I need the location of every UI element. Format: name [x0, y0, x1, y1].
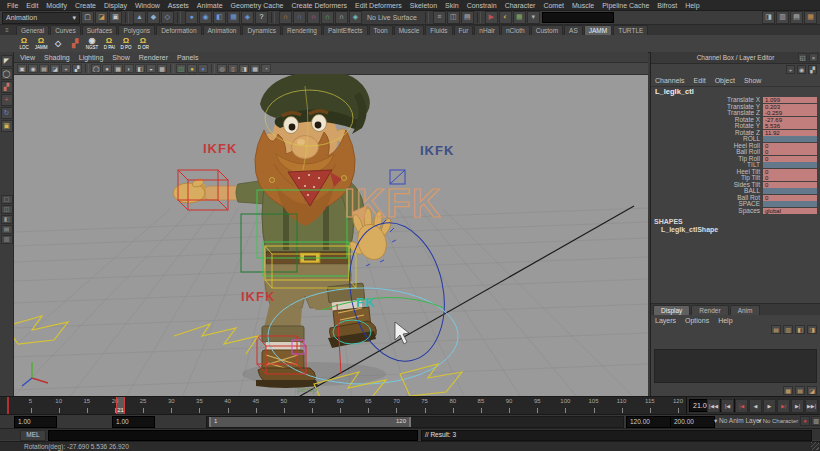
shelf-dor-button[interactable]: ΩD OR: [135, 36, 151, 52]
lasso-select-tool[interactable]: ◯: [1, 68, 13, 80]
layer-tab-display[interactable]: Display: [653, 305, 690, 315]
pan-zoom-icon[interactable]: +: [61, 64, 71, 73]
shelf-tab-general[interactable]: General: [16, 25, 49, 35]
menu-skin[interactable]: Skin: [441, 2, 463, 9]
shelf-tab-custom[interactable]: Custom: [531, 25, 563, 35]
menu-comet[interactable]: Comet: [539, 2, 568, 9]
snap-grid-icon[interactable]: ∩: [279, 11, 292, 24]
render-settings-icon[interactable]: ▦: [513, 11, 526, 24]
shelf-tab-muscle[interactable]: Muscle: [394, 25, 425, 35]
menu-geometry-cache[interactable]: Geometry Cache: [227, 2, 288, 9]
play-forwards-button[interactable]: ▶: [763, 399, 776, 413]
shelf-jamm-button[interactable]: ΩJAMM: [33, 36, 49, 52]
construction-history-icon[interactable]: ▤: [461, 11, 474, 24]
render-icon[interactable]: ▶: [485, 11, 498, 24]
shelf-dpo-button[interactable]: ΩD PO: [118, 36, 134, 52]
channel-value[interactable]: [763, 136, 817, 142]
input-connections-icon[interactable]: ≡: [433, 11, 446, 24]
menu-animate[interactable]: Animate: [193, 2, 227, 9]
wireframe-icon[interactable]: ◯: [91, 64, 101, 73]
menu-file[interactable]: File: [3, 2, 22, 9]
channel-value[interactable]: 0: [763, 182, 817, 188]
menu-muscle[interactable]: Muscle: [568, 2, 598, 9]
dock-footer-icon-1[interactable]: ▦: [783, 386, 793, 395]
shelf-tab-turtle[interactable]: TURTLE: [613, 25, 648, 35]
shelf-joint-button[interactable]: ◇: [50, 36, 66, 52]
image-plane-icon[interactable]: ◪: [50, 64, 60, 73]
step-back-key-button[interactable]: |◀: [735, 399, 748, 413]
select-hierarchy-icon[interactable]: ▲: [133, 11, 146, 24]
layer-tab-render[interactable]: Render: [691, 305, 728, 315]
default-material-icon[interactable]: ●: [187, 64, 197, 73]
panel-menu-renderer[interactable]: Renderer: [139, 54, 168, 61]
shelf-tab-fluids[interactable]: Fluids: [425, 25, 452, 35]
menu-window[interactable]: Window: [131, 2, 164, 9]
playback-end-field[interactable]: 120.00: [626, 416, 671, 428]
animation-preferences-button[interactable]: ▥: [811, 416, 820, 426]
shelf-tab-dynamics[interactable]: Dynamics: [242, 25, 281, 35]
shelf-tab-deformation[interactable]: Deformation: [156, 25, 201, 35]
grease-pencil-icon[interactable]: ▞: [72, 64, 82, 73]
mask-joints-icon[interactable]: ◉: [199, 11, 212, 24]
channel-value[interactable]: global: [763, 208, 817, 214]
smooth-shade-icon[interactable]: ●: [102, 64, 112, 73]
shelf-brush-button[interactable]: ▞: [67, 36, 83, 52]
quick-select-field[interactable]: [542, 12, 614, 23]
shelf-dpai-button[interactable]: ΩD PAI: [101, 36, 117, 52]
layer-list[interactable]: [654, 349, 817, 383]
resize-grip[interactable]: [811, 442, 819, 450]
menu-character[interactable]: Character: [501, 2, 540, 9]
step-forward-key-button[interactable]: ▶|: [777, 399, 790, 413]
shelf-tab-ncloth[interactable]: nCloth: [501, 25, 530, 35]
paint-select-tool[interactable]: ▞: [1, 81, 13, 93]
3d-scene[interactable]: IKFKIKFKIKFKIKFKFK persp: [14, 74, 648, 396]
bookmarks-icon[interactable]: ▤: [39, 64, 49, 73]
channel-box-menu-edit[interactable]: Edit: [694, 77, 706, 84]
channel-box-toggle-icon[interactable]: ▦: [804, 11, 817, 24]
menu-edit[interactable]: Edit: [22, 2, 42, 9]
select-camera-icon[interactable]: ▣: [17, 64, 27, 73]
menu-skeleton[interactable]: Skeleton: [406, 2, 441, 9]
dock-footer-icon-2[interactable]: ▤: [795, 386, 805, 395]
create-empty-layer-icon[interactable]: ◧: [795, 325, 805, 334]
panel-menu-panels[interactable]: Panels: [177, 54, 198, 61]
menu-set-dropdown[interactable]: Animation ▾: [2, 12, 80, 24]
layer-move-up-icon[interactable]: ▤: [771, 325, 781, 334]
dock-close-icon[interactable]: ×: [809, 53, 818, 62]
channel-value[interactable]: -27.69: [763, 117, 817, 123]
shelf-tab-jamm[interactable]: JAMM: [584, 25, 612, 35]
snap-center-icon[interactable]: ∩: [335, 11, 348, 24]
manip-slow-icon[interactable]: +: [786, 65, 795, 74]
channel-value[interactable]: 0: [763, 149, 817, 155]
menu-display[interactable]: Display: [100, 2, 131, 9]
channel-value[interactable]: -0.259: [763, 110, 817, 116]
texture-placement-icon[interactable]: ●: [198, 64, 208, 73]
shelf-tab-rendering[interactable]: Rendering: [282, 25, 322, 35]
channel-value[interactable]: 1.099: [763, 97, 817, 103]
channel-box-menu-channels[interactable]: Channels: [655, 77, 685, 84]
shape-node-name[interactable]: L_legIk_ctlShape: [651, 226, 820, 233]
lights-icon[interactable]: ◐: [124, 64, 134, 73]
channel-value[interactable]: 0: [763, 175, 817, 181]
dock-pin-icon[interactable]: ◱: [798, 53, 807, 62]
layer-menu-help[interactable]: Help: [718, 317, 732, 324]
shelf-menu-icon[interactable]: ≡: [2, 26, 12, 34]
menu-create[interactable]: Create: [71, 2, 100, 9]
select-component-icon[interactable]: ◇: [161, 11, 174, 24]
new-scene-icon[interactable]: ▢: [81, 11, 94, 24]
animation-end-field[interactable]: 200.00: [670, 416, 715, 428]
scale-tool[interactable]: ▣: [1, 120, 13, 132]
channel-value[interactable]: [763, 188, 817, 194]
open-scene-icon[interactable]: ◪: [95, 11, 108, 24]
range-slider-track[interactable]: 1 120: [206, 416, 624, 428]
shelf-tab-fur[interactable]: Fur: [454, 25, 474, 35]
shelf-tab-curves[interactable]: Curves: [50, 25, 81, 35]
channel-value[interactable]: 0.203: [763, 104, 817, 110]
four-pane-layout-button[interactable]: ◫: [1, 205, 13, 214]
range-slider-bar[interactable]: 1 120: [209, 417, 411, 427]
dock-footer-icon-3[interactable]: ◪: [807, 386, 817, 395]
panel-menu-lighting[interactable]: Lighting: [79, 54, 104, 61]
attribute-editor-toggle-icon[interactable]: ▤: [790, 11, 803, 24]
highlight-selection-mode-icon[interactable]: ◨: [762, 11, 775, 24]
layer-move-down-icon[interactable]: ▥: [783, 325, 793, 334]
